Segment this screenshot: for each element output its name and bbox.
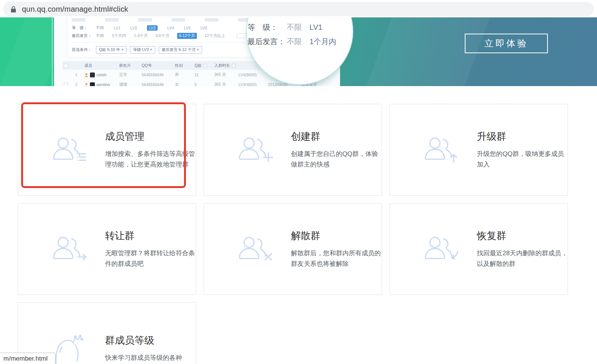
filter-option: LV6 — [201, 26, 207, 30]
filter-chip: 最后发言 6-12 个月 × — [159, 46, 202, 54]
filter-option: LV1 — [114, 26, 121, 30]
checkbox — [64, 64, 68, 68]
link-preview-tooltip: m/member.html — [0, 353, 56, 364]
filter-option-selected: LV3 — [147, 25, 158, 31]
filter-option: LV4 — [167, 26, 174, 30]
card-title: 升级群 — [477, 130, 568, 143]
sort-icon — [232, 64, 235, 67]
member-manage-icon — [51, 135, 88, 165]
member-icon — [84, 83, 88, 86]
card-desc: 解散群后，您和群内所有成员的群友关系也将被解除 — [291, 248, 382, 269]
filter-option: 3-6个月 — [156, 33, 169, 39]
feature-card-grid: 成员管理 增加搜索、多条件筛选等高级管理功能，让您更高效地管理群 创建群 创建属… — [18, 104, 568, 364]
applied-filters-label: 筛选条件： — [72, 47, 96, 52]
member-level-icon — [51, 333, 88, 364]
filter-option: LV2 — [130, 26, 137, 30]
url-text: qun.qq.com/manage.html#click — [22, 5, 128, 14]
card-restore-group[interactable]: 恢复群 找回最近28天内删除的群成员，以及解散的群 — [390, 203, 568, 295]
dismiss-group-icon — [237, 234, 274, 264]
browser-chrome: qun.qq.com/manage.html#click — [0, 0, 597, 17]
filter-option: 1-3个月 — [134, 33, 147, 39]
filter-option: 1个月内 — [112, 33, 126, 39]
restore-group-icon — [423, 234, 460, 264]
link-preview-text: m/member.html — [3, 355, 48, 362]
filter-option-selected: 6-12个月 — [177, 33, 197, 39]
filter-option: LV5 — [184, 26, 191, 30]
transfer-group-icon — [51, 234, 88, 264]
filter-chip: 等级 LV3 × — [130, 46, 155, 54]
filter-label: 最后发言： — [72, 33, 96, 39]
try-now-button[interactable]: 立即体验 — [465, 34, 548, 53]
card-title: 解散群 — [291, 229, 382, 242]
upgrade-group-icon — [423, 135, 460, 165]
card-desc: 增加搜索、多条件筛选等高级管理功能，让您更高效地管理群 — [105, 149, 196, 170]
sort-icon — [204, 64, 207, 67]
magnified-level-row: 等 级： 不限 LV1 — [247, 22, 322, 32]
card-title: 群成员等级 — [105, 334, 196, 347]
range-input-box — [237, 33, 246, 38]
filter-option: 12个月以上 — [205, 33, 225, 39]
card-title: 转让群 — [105, 229, 196, 242]
card-create-group[interactable]: 创建群 创建属于您自己的QQ群，体验做群主的快感 — [204, 104, 382, 196]
checkbox — [64, 83, 68, 86]
avatar — [90, 82, 95, 86]
card-desc: 升级您的QQ群，吸纳更多成员加入 — [477, 149, 568, 170]
filter-label: 等 级： — [72, 25, 96, 31]
avatar — [90, 72, 95, 77]
url-bar[interactable]: qun.qq.com/manage.html#click — [3, 2, 594, 16]
card-desc: 快来学习群成员等级的各种 — [105, 353, 196, 363]
member-icon — [84, 73, 88, 77]
card-desc: 创建属于您自己的QQ群，体验做群主的快感 — [291, 149, 382, 170]
card-title: 恢复群 — [477, 229, 568, 242]
card-desc: 找回最近28天内删除的群成员，以及解散的群 — [477, 248, 568, 269]
hero-banner: 等 级： 不限 LV1 LV2 LV3 LV4 LV5 LV6 最后发言： 不限… — [0, 17, 597, 86]
filter-option: 不限 — [96, 25, 104, 31]
filter-option: 不限 — [96, 33, 104, 39]
card-title: 创建群 — [291, 130, 382, 143]
card-dismiss-group[interactable]: 解散群 解散群后，您和群内所有成员的群友关系也将被解除 — [204, 203, 382, 295]
card-desc: 无暇管理群？将群转让给符合条件的群成员吧 — [105, 248, 196, 269]
magnified-last-speak-row: 最后发言： 不限 1个月内 — [247, 37, 336, 47]
card-member-manage[interactable]: 成员管理 增加搜索、多条件筛选等高级管理功能，让您更高效地管理群 — [18, 104, 196, 196]
create-group-icon — [237, 135, 274, 165]
filter-chip: Q龄 5-10 年 × — [96, 46, 127, 54]
card-title: 成员管理 — [105, 130, 196, 143]
card-transfer-group[interactable]: 转让群 无暇管理群？将群转让给符合条件的群成员吧 — [18, 203, 196, 295]
card-upgrade-group[interactable]: 升级群 升级您的QQ群，吸纳更多成员加入 — [390, 104, 568, 196]
lock-icon[interactable] — [11, 6, 16, 13]
